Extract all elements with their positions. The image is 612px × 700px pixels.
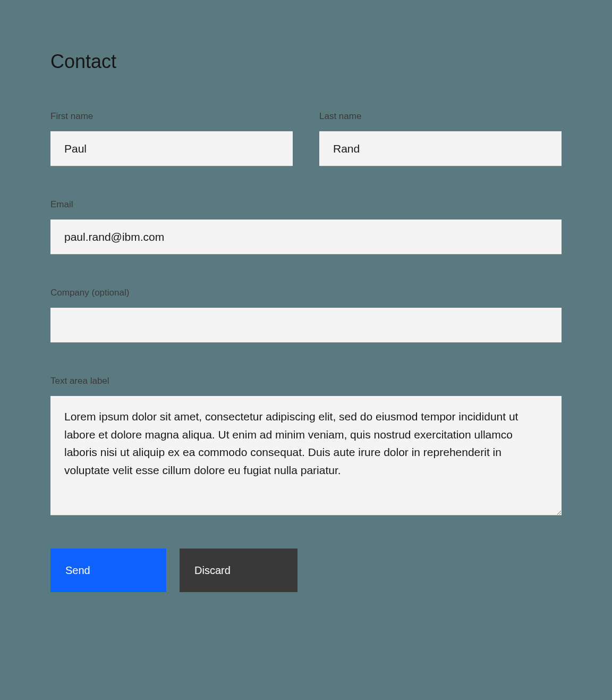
last-name-label: Last name (319, 111, 562, 122)
contact-form: Contact First name Last name Email Compa… (50, 50, 562, 592)
discard-button[interactable]: Discard (180, 549, 298, 592)
page-title: Contact (50, 50, 562, 73)
button-row: Send Discard (50, 549, 562, 592)
email-field: Email (50, 199, 562, 255)
company-label: Company (optional) (50, 288, 562, 298)
company-field: Company (optional) (50, 288, 562, 343)
company-input[interactable] (50, 308, 562, 343)
email-label: Email (50, 199, 562, 210)
last-name-input[interactable] (319, 131, 562, 166)
send-button[interactable]: Send (50, 549, 166, 592)
first-name-field: First name (50, 111, 293, 166)
message-field: Text area label (50, 376, 562, 516)
first-name-label: First name (50, 111, 293, 122)
last-name-field: Last name (319, 111, 562, 166)
message-textarea[interactable] (50, 396, 562, 516)
email-input[interactable] (50, 220, 562, 255)
first-name-input[interactable] (50, 131, 293, 166)
name-row: First name Last name (50, 111, 562, 166)
message-label: Text area label (50, 376, 562, 386)
